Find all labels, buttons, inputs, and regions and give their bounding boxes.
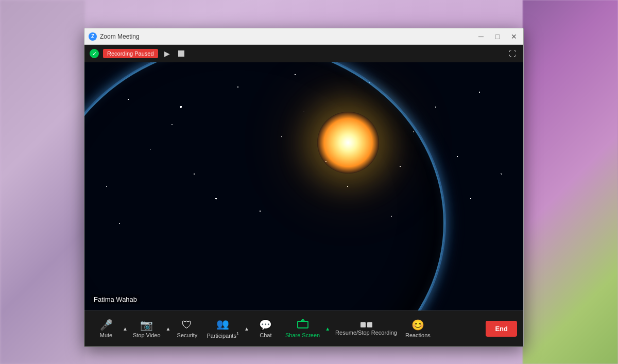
stop-video-group: 📷 Stop Video ▲ bbox=[129, 314, 172, 344]
resume-stop-icon bbox=[360, 322, 372, 327]
reactions-label: Reactions bbox=[405, 332, 431, 338]
reactions-button[interactable]: 😊 Reactions bbox=[401, 314, 435, 344]
floral-left-decoration bbox=[0, 0, 85, 364]
toolbar: 🎤 Mute ▲ 📷 Stop Video ▲ 🛡 Security 👥 Par… bbox=[84, 310, 523, 346]
chat-icon: 💬 bbox=[259, 320, 272, 330]
shield-icon: ✓ bbox=[90, 49, 99, 58]
zoom-icon: Z bbox=[89, 32, 97, 41]
stop-video-icon: 📷 bbox=[140, 320, 153, 330]
stop-recording-button[interactable] bbox=[176, 49, 186, 58]
window-title: Zoom Meeting bbox=[100, 33, 476, 40]
share-chevron[interactable]: ▲ bbox=[324, 314, 331, 344]
video-area: Fatima Wahab bbox=[84, 62, 523, 310]
recording-paused-badge: Recording Paused bbox=[103, 49, 158, 58]
security-label: Security bbox=[177, 332, 198, 338]
share-screen-group: Share Screen ▲ bbox=[281, 314, 331, 344]
chat-button[interactable]: 💬 Chat bbox=[250, 314, 281, 344]
video-chevron[interactable]: ▲ bbox=[165, 314, 172, 344]
expand-button[interactable]: ⛶ bbox=[507, 48, 518, 59]
participants-icon: 👥 bbox=[216, 319, 229, 329]
chat-label: Chat bbox=[260, 332, 271, 338]
zoom-window: Z Zoom Meeting ─ □ ✕ ✓ Recording Paused … bbox=[84, 28, 524, 347]
resume-recording-button[interactable]: ▶ bbox=[162, 48, 172, 59]
participants-group: 👥 Participants1 ▲ bbox=[202, 314, 250, 344]
mute-icon: 🎤 bbox=[100, 320, 113, 330]
mute-group: 🎤 Mute ▲ bbox=[91, 314, 129, 344]
share-screen-icon bbox=[297, 319, 308, 330]
stop-icon bbox=[178, 50, 184, 57]
mute-button[interactable]: 🎤 Mute bbox=[91, 314, 122, 344]
stop-video-button[interactable]: 📷 Stop Video bbox=[129, 314, 165, 344]
security-button[interactable]: 🛡 Security bbox=[171, 314, 202, 344]
participants-button[interactable]: 👥 Participants1 bbox=[202, 314, 243, 344]
share-screen-label: Share Screen bbox=[285, 332, 320, 338]
mute-chevron[interactable]: ▲ bbox=[122, 314, 129, 344]
svg-rect-0 bbox=[298, 321, 308, 328]
resume-stop-recording-button[interactable]: Resume/Stop Recording bbox=[331, 314, 401, 344]
expand-icon: ⛶ bbox=[509, 49, 516, 58]
close-button[interactable]: ✕ bbox=[509, 31, 519, 42]
reactions-icon: 😊 bbox=[411, 320, 424, 330]
minimize-button[interactable]: ─ bbox=[476, 31, 486, 42]
mute-label: Mute bbox=[100, 332, 112, 338]
share-screen-button[interactable]: Share Screen bbox=[281, 314, 324, 344]
participant-name: Fatima Wahab bbox=[91, 294, 140, 304]
play-icon: ▶ bbox=[164, 49, 170, 58]
resume-stop-label: Resume/Stop Recording bbox=[335, 330, 397, 336]
recording-bar: ✓ Recording Paused ▶ ⛶ bbox=[84, 45, 523, 62]
participants-label: Participants1 bbox=[207, 331, 239, 339]
floral-right-decoration bbox=[523, 0, 618, 364]
window-controls: ─ □ ✕ bbox=[476, 31, 519, 42]
title-bar: Z Zoom Meeting ─ □ ✕ bbox=[84, 28, 523, 45]
maximize-button[interactable]: □ bbox=[492, 31, 503, 42]
participants-chevron[interactable]: ▲ bbox=[243, 314, 250, 344]
stop-video-label: Stop Video bbox=[133, 332, 161, 338]
atmosphere-arc bbox=[84, 62, 445, 310]
end-button[interactable]: End bbox=[486, 321, 517, 337]
security-icon: 🛡 bbox=[182, 320, 192, 330]
